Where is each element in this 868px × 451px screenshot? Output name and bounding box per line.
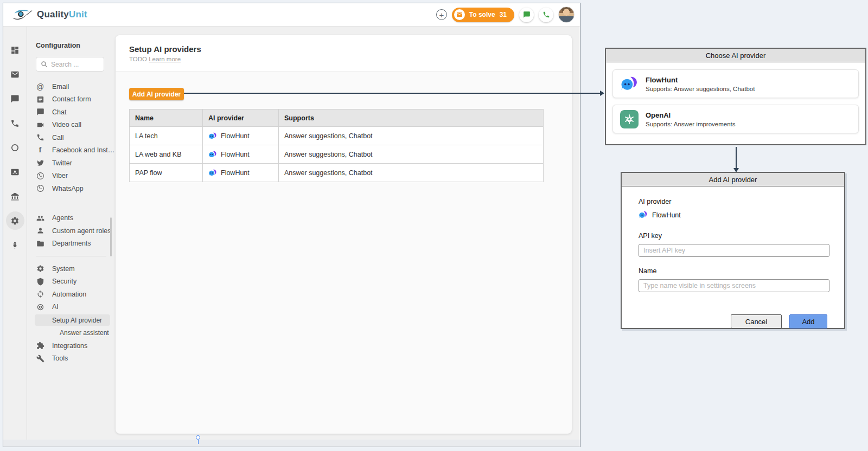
ai-providers-table: Name AI provider Supports LA tech FlowHu… [129, 109, 544, 182]
rail-item-social[interactable] [6, 138, 24, 157]
phone-icon [36, 133, 44, 142]
rail-item-chat[interactable] [6, 89, 24, 108]
sidebar-search[interactable] [36, 57, 104, 72]
user-avatar[interactable] [558, 7, 575, 23]
table-row[interactable]: PAP flow FlowHunt Answer suggestions, Ch… [130, 164, 544, 182]
rail-item-dashboard[interactable] [6, 41, 24, 59]
chats-button[interactable] [519, 8, 534, 22]
column-header-name: Name [130, 109, 203, 127]
openai-logo [620, 110, 639, 128]
table-row[interactable]: LA tech FlowHunt Answer suggestions, Cha… [130, 127, 544, 145]
facebook-icon: f [36, 146, 44, 154]
form-icon [36, 95, 44, 104]
sidebar-item-system[interactable]: System [27, 262, 112, 275]
horizontal-scroll-track[interactable] [3, 440, 580, 447]
sidebar-menu: @Email Contact form Chat Video call Call… [27, 80, 112, 365]
api-key-input[interactable] [639, 244, 829, 257]
add-button[interactable]: Add [789, 314, 827, 328]
flowhunt-icon [639, 210, 648, 220]
cancel-button[interactable]: Cancel [731, 314, 782, 328]
search-input[interactable] [51, 61, 97, 68]
chat-bubble-icon [10, 94, 20, 104]
qualityunit-logo-text: QualityUnit [37, 9, 87, 20]
sidebar-item-security[interactable]: Security [27, 275, 112, 288]
wrench-icon [36, 354, 44, 363]
sidebar-item-automation[interactable]: Automation [27, 288, 112, 301]
add-new-button[interactable]: + [436, 9, 447, 20]
sidebar-title: Configuration [27, 42, 112, 49]
liveagent-app-window: QualityUnit + To solve 31 [3, 3, 580, 447]
gear-icon [36, 265, 44, 273]
flowhunt-icon [208, 169, 217, 177]
provider-label: AI provider [639, 198, 827, 205]
page-header: Setup AI providers TODO Learn more [116, 35, 572, 71]
sidebar-item-video-call[interactable]: Video call [27, 119, 112, 132]
sidebar-item-departments[interactable]: Departments [27, 237, 112, 250]
sidebar-divider [36, 256, 106, 256]
sidebar-item-integrations[interactable]: Integrations [27, 339, 112, 352]
diagram-anchor-point[interactable] [196, 435, 200, 440]
sidebar-item-ai[interactable]: AI [27, 301, 112, 314]
column-header-supports: Supports [279, 109, 544, 127]
at-icon: @ [36, 82, 44, 91]
main-content-card: Setup AI providers TODO Learn more Add A… [116, 35, 572, 434]
shield-icon [36, 277, 44, 286]
to-solve-button[interactable]: To solve 31 [452, 8, 514, 22]
name-input[interactable] [639, 279, 829, 292]
page-subtitle: TODO Learn more [129, 56, 572, 62]
qualityunit-logo[interactable]: QualityUnit [11, 7, 87, 22]
sidebar-item-agents[interactable]: Agents [27, 212, 112, 225]
folder-icon [36, 239, 44, 248]
sidebar-item-call[interactable]: Call [27, 131, 112, 144]
add-ai-provider-dialog: Add AI provider AI provider FlowHunt API… [621, 172, 845, 329]
rail-item-contacts[interactable] [6, 163, 24, 181]
rail-item-configuration[interactable] [6, 211, 24, 230]
rail-item-call[interactable] [6, 114, 24, 132]
sidebar-item-answer-assistant[interactable]: Answer assistent [35, 327, 110, 338]
mail-icon [10, 70, 20, 79]
arrow-to-choose-dialog [184, 93, 601, 94]
calls-button[interactable] [539, 8, 553, 22]
agents-icon [36, 214, 44, 222]
sidebar-item-whatsapp[interactable]: WhatsApp [27, 182, 112, 195]
page-title: Setup AI providers [129, 44, 572, 54]
whatsapp-icon [36, 184, 44, 193]
sidebar-item-email[interactable]: @Email [27, 80, 112, 93]
provider-option-flowhunt[interactable]: FlowHunt Supports: Answer suggestions, C… [612, 69, 859, 98]
search-icon [41, 61, 48, 68]
sidebar-item-viber[interactable]: Viber [27, 170, 112, 183]
phone-icon [10, 119, 20, 128]
ring-icon [10, 143, 20, 152]
bank-icon [10, 192, 20, 201]
arrow-to-add-dialog [736, 147, 737, 169]
sidebar-item-contact-form[interactable]: Contact form [27, 93, 112, 106]
qualityunit-logo-icon [11, 7, 33, 22]
learn-more-link[interactable]: Learn more [149, 56, 181, 62]
configuration-sidebar: Configuration @Email Contact form Chat V… [27, 27, 112, 447]
contact-card-icon [10, 167, 20, 177]
sync-icon [36, 290, 44, 299]
dialog-title: Add AI provider [622, 173, 844, 186]
sidebar-item-facebook-instagram[interactable]: fFacebook and Inst… [27, 144, 112, 157]
sidebar-item-setup-ai-provider[interactable]: Setup AI provider [35, 314, 110, 326]
add-ai-provider-button[interactable]: Add AI provider [129, 88, 184, 100]
flowhunt-icon [208, 150, 217, 159]
sidebar-item-chat[interactable]: Chat [27, 106, 112, 119]
table-row[interactable]: LA web and KB FlowHunt Answer suggestion… [130, 145, 544, 164]
sidebar-item-custom-agent-roles[interactable]: Custom agent roles [27, 224, 112, 237]
rail-item-email[interactable] [6, 65, 24, 83]
viber-icon [36, 171, 44, 180]
flowhunt-logo [620, 75, 639, 93]
sidebar-scrollbar[interactable] [110, 217, 112, 256]
flowhunt-icon [208, 132, 217, 140]
sidebar-item-tools[interactable]: Tools [27, 352, 112, 365]
sidebar-item-twitter[interactable]: Twitter [27, 157, 112, 170]
table-header-row: Name AI provider Supports [130, 109, 544, 127]
rail-item-getting-started[interactable] [6, 236, 24, 254]
plus-circle-icon: + [439, 10, 444, 20]
provider-option-openai[interactable]: OpenAI Supports: Answer improvements [612, 105, 859, 133]
choose-ai-provider-dialog: Choose AI provider FlowHunt Supports: An… [605, 48, 866, 145]
puzzle-icon [36, 342, 44, 350]
twitter-icon [36, 159, 44, 167]
rail-item-billing[interactable] [6, 187, 24, 205]
